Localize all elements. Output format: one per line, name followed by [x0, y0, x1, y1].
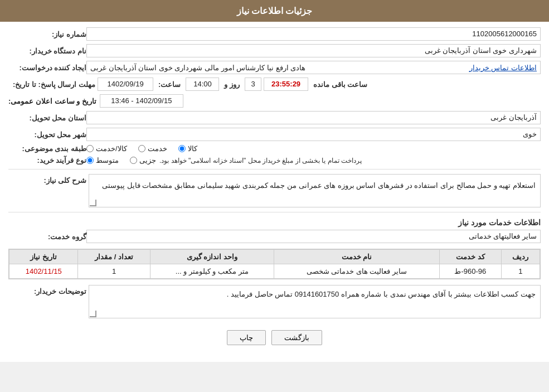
need-number-value: 1102005612000165: [86, 27, 541, 41]
deadline-time-label: ساعت:: [156, 80, 183, 89]
col-count: تعداد / مقدار: [78, 250, 150, 264]
col-date: تاریخ نیاز: [9, 250, 78, 264]
creator-value: هادی ارفع نیا کارشناس امور مالی شهرداری …: [86, 61, 541, 74]
back-button[interactable]: بازگشت: [271, 330, 322, 345]
city-value: خوی: [86, 128, 541, 141]
category-khadamat-label: خدمت: [148, 144, 167, 153]
cell-code: 960-96-ط: [439, 264, 501, 279]
services-table-inner: ردیف کد خدمت نام خدمت واحد اندازه گیری ت…: [9, 249, 540, 279]
page-title: جزئیات اطلاعات نیاز: [237, 6, 313, 16]
org-name-value: شهرداری خوی استان آذربایجان غربی: [86, 44, 541, 57]
category-kala-khadamat-label: کالا/خدمت: [96, 144, 127, 153]
deadline-remaining-label: ساعت باقی مانده: [310, 80, 370, 89]
creator-link[interactable]: اطلاعات تماس خریدار: [469, 64, 537, 72]
col-unit: واحد اندازه گیری: [150, 250, 274, 264]
col-row: ردیف: [501, 250, 540, 264]
category-option-kala-khadamat: کالا/خدمت: [86, 144, 127, 153]
city-row: شهر محل تحویل: خوی: [8, 128, 541, 141]
service-group-value: سایر فعالیتهای خدماتی: [86, 230, 541, 243]
province-value: آذربایجان غربی: [86, 111, 541, 124]
category-kala-label: کالا: [188, 144, 197, 153]
need-number-row: شماره نیاز: 1102005612000165: [8, 27, 541, 41]
process-motevaset-radio[interactable]: [86, 157, 94, 164]
service-group-label: گروه خدمت:: [8, 233, 86, 241]
process-radio-group: متوسط جزیی: [86, 156, 156, 164]
description-label: شرح کلی نیاز:: [8, 174, 86, 185]
buyer-notes-value: جهت کسب اطلاعات بیشتر با آقای مهندس نمدی…: [89, 285, 541, 318]
category-option-khadamat: خدمت: [138, 144, 167, 153]
buyer-notes-resize-handle[interactable]: [90, 311, 96, 317]
creator-row: ایجاد کننده درخواست: هادی ارفع نیا کارشن…: [8, 61, 541, 74]
announce-label: تاریخ و ساعت اعلان عمومی:: [8, 97, 96, 105]
cell-unit: متر مکعب و کیلومتر و ...: [150, 264, 274, 279]
content-area: شماره نیاز: 1102005612000165 نام دستگاه …: [0, 22, 549, 362]
org-name-row: نام دستگاه خریدار: شهرداری خوی استان آذر…: [8, 44, 541, 57]
org-name-label: نام دستگاه خریدار:: [8, 47, 86, 55]
deadline-label: مهلت ارسال پاسخ: تا تاریخ:: [8, 80, 95, 89]
process-jozi-label: جزیی: [139, 156, 156, 164]
category-khadamat-radio[interactable]: [138, 145, 145, 152]
page-header: جزئیات اطلاعات نیاز: [0, 0, 549, 22]
deadline-days-label: روز و: [221, 80, 242, 89]
page-wrapper: جزئیات اطلاعات نیاز شماره نیاز: 11020056…: [0, 0, 549, 362]
description-row: شرح کلی نیاز: استعلام تهیه و حمل مصالح ب…: [8, 174, 541, 207]
cell-name: سایر فعالیت های خدماتی شخصی: [274, 264, 439, 279]
deadline-row: مهلت ارسال پاسخ: تا تاریخ: 1402/09/19 سا…: [8, 78, 541, 91]
creator-label: ایجاد کننده درخواست:: [8, 64, 86, 72]
announce-value: 1402/09/15 - 13:46: [100, 94, 183, 108]
col-code: کد خدمت: [439, 250, 501, 264]
process-option-jozi: جزیی: [130, 156, 156, 164]
table-row: 1 960-96-ط سایر فعالیت های خدماتی شخصی م…: [9, 264, 540, 279]
creator-text: هادی ارفع نیا کارشناس امور مالی شهرداری …: [90, 64, 305, 72]
cell-row: 1: [501, 264, 540, 279]
deadline-date-value: 1402/09/19: [98, 78, 153, 91]
description-value: استعلام تهیه و حمل مصالح برای استفاده در…: [89, 174, 541, 207]
buyer-notes-label: توضیحات خریدار:: [8, 285, 86, 296]
process-motevaset-label: متوسط: [96, 156, 119, 164]
process-option-motevaset: متوسط: [86, 156, 119, 164]
table-header-row: ردیف کد خدمت نام خدمت واحد اندازه گیری ت…: [9, 250, 540, 264]
description-resize-handle[interactable]: [90, 200, 96, 206]
process-note: پرداخت تمام یا بخشی از مبلغ خریداز محل "…: [159, 157, 362, 164]
separator-1: [8, 169, 541, 170]
category-row: طبقه بندی موضوعی: کالا/خدمت خدمت کالا: [8, 144, 541, 153]
category-kala-khadamat-radio[interactable]: [86, 145, 94, 152]
deadline-days-value: 3: [245, 78, 261, 91]
separator-2: [8, 212, 541, 212]
service-group-row: گروه خدمت: سایر فعالیتهای خدماتی: [8, 230, 541, 243]
category-kala-radio[interactable]: [178, 145, 186, 152]
deadline-time-value: 14:00: [186, 78, 219, 91]
buyer-notes-row: توضیحات خریدار: جهت کسب اطلاعات بیشتر با…: [8, 285, 541, 318]
process-label: نوع فرآیند خرید:: [8, 156, 86, 164]
services-table: ردیف کد خدمت نام خدمت واحد اندازه گیری ت…: [8, 249, 541, 279]
process-row: نوع فرآیند خرید: متوسط جزیی پرداخت تمام …: [8, 156, 541, 164]
footer-buttons: بازگشت چاپ: [8, 322, 541, 356]
city-label: شهر محل تحویل:: [8, 130, 86, 139]
need-number-label: شماره نیاز:: [8, 30, 86, 38]
services-section-label: اطلاعات خدمات مورد نیاز: [8, 218, 541, 227]
cell-date: 1402/11/15: [9, 264, 78, 279]
category-label: طبقه بندی موضوعی:: [8, 144, 86, 153]
cell-count: 1: [78, 264, 150, 279]
print-button[interactable]: چاپ: [227, 330, 266, 345]
category-option-kala: کالا: [178, 144, 197, 153]
col-name: نام خدمت: [274, 250, 439, 264]
category-radio-group: کالا/خدمت خدمت کالا: [86, 144, 197, 153]
province-row: استان محل تحویل: آذربایجان غربی: [8, 111, 541, 124]
deadline-remaining-value: 23:55:29: [264, 78, 308, 91]
province-label: استان محل تحویل:: [8, 114, 86, 122]
process-jozi-radio[interactable]: [130, 157, 137, 164]
announce-row: تاریخ و ساعت اعلان عمومی: 1402/09/15 - 1…: [8, 94, 541, 108]
